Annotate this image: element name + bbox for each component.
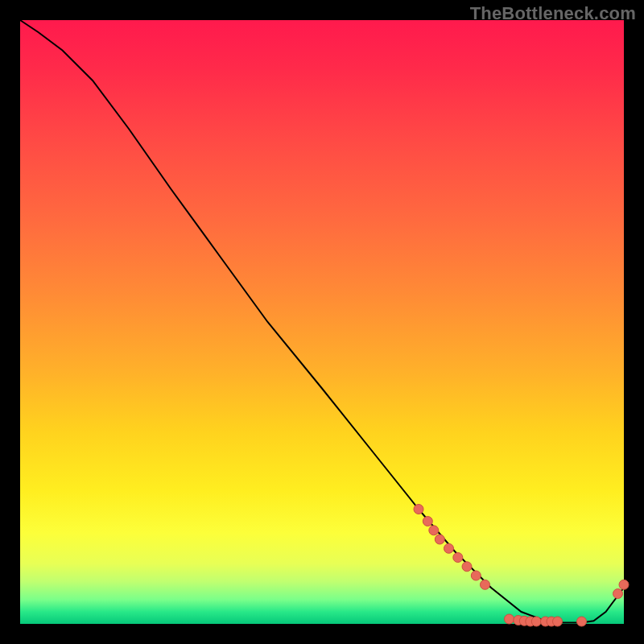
- data-point: [462, 562, 472, 572]
- data-point: [435, 535, 444, 544]
- data-point: [505, 614, 514, 624]
- data-point: [613, 589, 623, 599]
- data-point: [414, 505, 423, 514]
- bottleneck-curve: [20, 20, 624, 623]
- data-point: [553, 617, 563, 626]
- chart-svg: [20, 20, 624, 624]
- data-point: [471, 571, 481, 580]
- chart-frame: TheBottleneck.com: [0, 0, 644, 644]
- data-point: [429, 526, 439, 535]
- data-point: [453, 553, 463, 563]
- data-point: [423, 517, 432, 526]
- plot-area: [20, 20, 624, 624]
- data-point: [531, 617, 541, 626]
- data-points: [414, 505, 629, 627]
- data-point: [444, 543, 454, 553]
- data-point: [619, 580, 629, 589]
- data-point: [481, 580, 490, 589]
- data-point: [577, 617, 587, 626]
